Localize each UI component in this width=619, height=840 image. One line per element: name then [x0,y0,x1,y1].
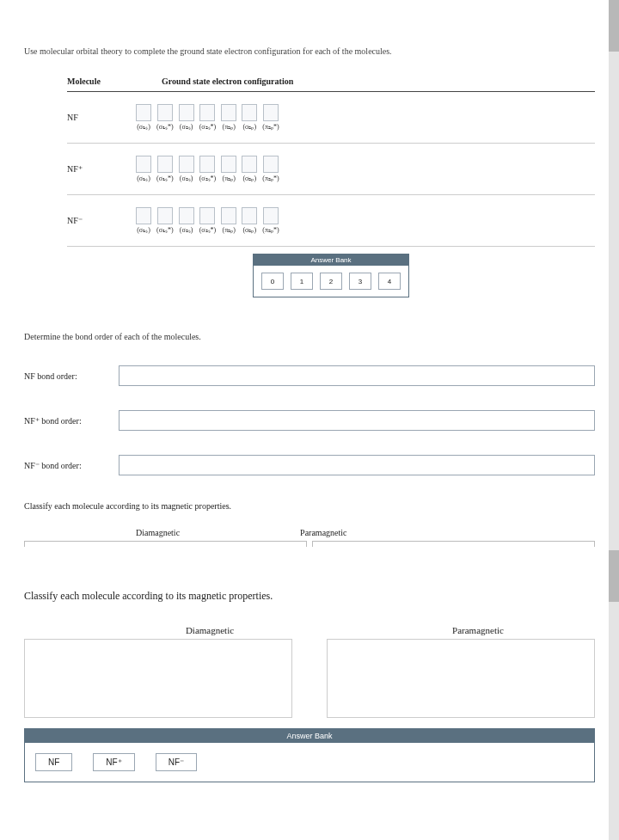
config-header: Molecule Ground state electron configura… [67,73,595,92]
orbital-label: (σ₂ₛ*) [199,226,217,234]
orbital-box[interactable] [221,156,236,173]
molecule-label: NF [67,113,136,122]
chip-nf[interactable]: NF [35,753,72,771]
orbital-set: (σ₁ₛ) (σ₁ₛ*) (σ₂ₛ) (σ₂ₛ*) (π₂ₚ) (σ₂ₚ) (π… [136,156,279,182]
orbital-label: (π₂ₚ) [223,175,236,182]
orbital-box[interactable] [221,104,236,121]
scrollbar-thumb-bottom[interactable] [609,550,619,602]
orbital-box[interactable] [221,207,236,224]
magnetic-mini-bars [24,541,595,547]
magnetic-mini-title: Classify each molecule according to its … [24,501,595,511]
zone-diamagnetic-label: Diamagnetic [136,528,180,537]
orbital-box[interactable] [199,207,215,224]
molecule-label: NF⁺ [67,164,136,174]
molecule-label: NF⁻ [67,216,136,225]
scrollbar-thumb-top[interactable] [609,0,619,52]
zone-paramagnetic-header: Paramagnetic [361,625,595,635]
bond-order-input-nfminus[interactable] [119,455,595,475]
dropzone-diamagnetic[interactable] [24,639,292,718]
orbital-label: (σ₁ₛ*) [156,123,174,131]
orbital-label: (σ₂ₛ*) [199,175,217,182]
orbital-label: (σ₁ₛ*) [156,175,174,182]
dropzone-paramagnetic[interactable] [327,639,595,718]
orbital-box[interactable] [263,104,279,121]
orbital-box[interactable] [242,104,257,121]
orbital-box[interactable] [242,156,257,173]
answer-bank: Answer Bank 0 1 2 3 4 [253,254,409,297]
orbital-box[interactable] [242,207,257,224]
answer-tile[interactable]: 2 [320,273,342,290]
header-molecule: Molecule [67,77,136,86]
orbital-label: (σ₁ₛ) [137,175,150,182]
bond-order-label: NF bond order: [24,371,119,381]
answer-bank-2-title: Answer Bank [25,729,594,743]
bond-order-label: NF⁺ bond order: [24,416,119,426]
magnetic-mini: Classify each molecule according to its … [24,501,595,547]
answer-tile[interactable]: 4 [378,273,401,290]
magnetic-big: Classify each molecule according to its … [24,590,595,782]
magnetic-big-zone-headers: Diamagnetic Paramagnetic [93,625,595,635]
orbital-label: (σ₂ₛ) [180,226,193,234]
answer-bank-body: 0 1 2 3 4 [254,266,408,297]
orbital-box[interactable] [263,207,279,224]
orbital-box[interactable] [157,207,173,224]
orbital-label: (σ₂ₚ) [242,226,256,234]
answer-tile[interactable]: 3 [349,273,371,290]
bond-order-input-nf[interactable] [119,365,595,386]
answer-tile[interactable]: 1 [291,273,313,290]
worksheet: Use molecular orbital theory to complete… [0,0,619,800]
bond-order-title: Determine the bond order of each of the … [24,332,595,341]
answer-bank-title: Answer Bank [254,254,408,266]
orbital-set: (σ₁ₛ) (σ₁ₛ*) (σ₂ₛ) (σ₂ₛ*) (π₂ₚ) (σ₂ₚ) (π… [136,104,279,131]
orbital-box[interactable] [157,156,173,173]
orbital-label: (π₂ₚ*) [262,123,279,131]
zone-diamagnetic-bar[interactable] [24,541,307,547]
magnetic-big-title: Classify each molecule according to its … [24,590,595,603]
answer-bank-2-body: NF NF⁺ NF⁻ [25,743,594,782]
orbital-label: (σ₁ₛ*) [156,226,174,234]
orbital-label: (σ₂ₛ) [180,175,193,182]
orbital-box[interactable] [157,104,173,121]
orbital-label: (σ₂ₚ) [242,175,256,182]
bond-order-label: NF⁻ bond order: [24,461,119,470]
page: Use molecular orbital theory to complete… [0,0,619,840]
orbital-box[interactable] [179,156,194,173]
bond-order-input-nfplus[interactable] [119,410,595,431]
orbital-label: (π₂ₚ*) [262,175,279,182]
orbital-set: (σ₁ₛ) (σ₁ₛ*) (σ₂ₛ) (σ₂ₛ*) (π₂ₚ) (σ₂ₚ) (π… [136,207,279,234]
orbital-box[interactable] [199,104,215,121]
orbital-box[interactable] [179,104,194,121]
bond-order-row-nfminus: NF⁻ bond order: [24,455,595,475]
orbital-label: (σ₂ₛ*) [199,123,217,131]
orbital-label: (π₂ₚ) [223,123,236,131]
orbital-box[interactable] [136,104,151,121]
orbital-label: (π₂ₚ) [223,226,236,234]
orbital-box[interactable] [199,156,215,173]
orbital-label: (π₂ₚ*) [262,226,279,234]
chip-nfplus[interactable]: NF⁺ [93,753,134,771]
header-config: Ground state electron configuration [136,77,595,86]
zone-paramagnetic-label: Paramagnetic [300,528,346,537]
orbital-label: (σ₁ₛ) [137,123,150,131]
config-row-nfminus: NF⁻ (σ₁ₛ) (σ₁ₛ*) (σ₂ₛ) (σ₂ₛ*) (π₂ₚ) (σ₂ₚ… [67,195,595,247]
config-row-nfplus: NF⁺ (σ₁ₛ) (σ₁ₛ*) (σ₂ₛ) (σ₂ₛ*) (π₂ₚ) (σ₂ₚ… [67,144,595,195]
zone-paramagnetic-bar[interactable] [312,541,595,547]
orbital-box[interactable] [263,156,279,173]
bond-order-row-nf: NF bond order: [24,365,595,386]
magnetic-mini-zones: Diamagnetic Paramagnetic [136,528,595,537]
orbital-box[interactable] [179,207,194,224]
orbital-box[interactable] [136,207,151,224]
intro-text: Use molecular orbital theory to complete… [24,46,595,56]
scrollbar-track[interactable] [609,0,619,840]
answer-tile[interactable]: 0 [261,273,284,290]
orbital-label: (σ₂ₛ) [180,123,193,131]
orbital-label: (σ₁ₛ) [137,226,150,234]
orbital-label: (σ₂ₚ) [242,123,256,131]
chip-nfminus[interactable]: NF⁻ [156,753,197,771]
magnetic-big-zones [24,639,595,718]
config-row-nf: NF (σ₁ₛ) (σ₁ₛ*) (σ₂ₛ) (σ₂ₛ*) (π₂ₚ) (σ₂ₚ)… [67,92,595,144]
orbital-box[interactable] [136,156,151,173]
config-table: Molecule Ground state electron configura… [67,73,595,297]
zone-diamagnetic-header: Diamagnetic [93,625,327,635]
bond-order-row-nfplus: NF⁺ bond order: [24,410,595,431]
